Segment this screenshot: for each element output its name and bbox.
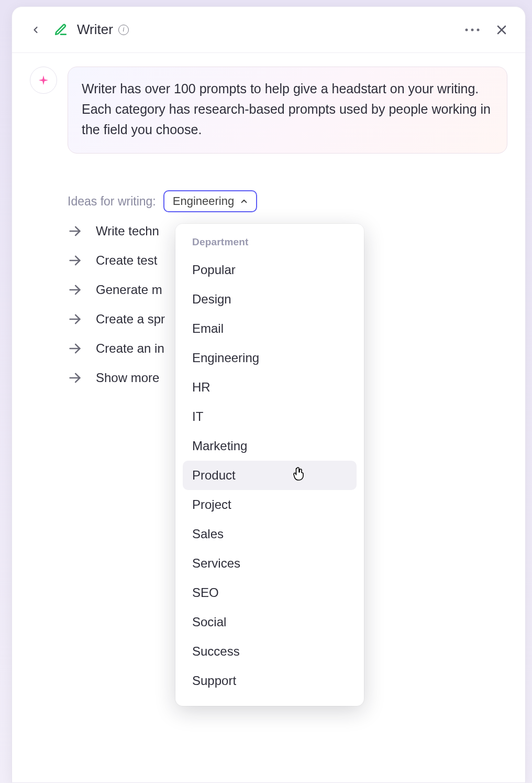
idea-item-label: Show more xyxy=(96,371,159,385)
cursor-pointer-icon xyxy=(293,467,304,484)
idea-item-label: Create test xyxy=(96,253,157,268)
dropdown-option-label: Project xyxy=(192,497,231,512)
dropdown-option[interactable]: SEO xyxy=(183,578,357,607)
dropdown-option[interactable]: Social xyxy=(183,607,357,637)
svg-point-0 xyxy=(465,28,468,31)
ellipsis-icon xyxy=(464,28,480,32)
dropdown-option-label: Support xyxy=(192,673,236,688)
page-title: Writer i xyxy=(77,21,129,38)
body: Writer has over 100 prompts to help give… xyxy=(12,53,525,782)
dropdown-option-label: Social xyxy=(192,615,226,629)
arrow-right-icon xyxy=(68,282,82,297)
close-button[interactable] xyxy=(493,21,511,39)
ai-badge xyxy=(30,67,57,94)
dropdown-option[interactable]: HR xyxy=(183,373,357,402)
intro-card: Writer has over 100 prompts to help give… xyxy=(68,67,507,154)
idea-item-label: Create an in xyxy=(96,341,164,356)
info-icon[interactable]: i xyxy=(118,25,129,35)
category-dropdown-value: Engineering xyxy=(173,194,234,208)
category-dropdown-menu[interactable]: Department PopularDesignEmailEngineering… xyxy=(175,224,364,706)
idea-item-label: Generate m xyxy=(96,282,162,297)
dropdown-option[interactable]: Popular xyxy=(183,255,357,285)
ideas-label-row: Ideas for writing: Engineering xyxy=(68,190,257,212)
idea-item-label: Create a spr xyxy=(96,312,165,327)
dropdown-option-label: SEO xyxy=(192,585,219,600)
category-dropdown[interactable]: Engineering xyxy=(163,190,257,212)
dropdown-option[interactable]: Engineering xyxy=(183,343,357,373)
dropdown-option[interactable]: Services xyxy=(183,549,357,578)
dropdown-option-label: HR xyxy=(192,380,210,394)
page-title-text: Writer xyxy=(77,21,113,38)
dropdown-option-label: Email xyxy=(192,321,224,335)
dropdown-option-label: Design xyxy=(192,292,231,306)
dropdown-option[interactable]: Sales xyxy=(183,519,357,549)
dropdown-option-label: Product xyxy=(192,468,236,482)
svg-point-2 xyxy=(477,28,480,31)
dropdown-option-label: Marketing xyxy=(192,439,247,453)
dropdown-option-label: IT xyxy=(192,409,203,423)
pencil-icon xyxy=(54,23,68,37)
arrow-right-icon xyxy=(68,341,82,356)
dropdown-option[interactable]: Marketing xyxy=(183,431,357,461)
close-icon xyxy=(495,24,508,36)
dropdown-option[interactable]: Success xyxy=(183,637,357,666)
dropdown-option[interactable]: Email xyxy=(183,314,357,343)
dropdown-option-label: Services xyxy=(192,556,240,570)
sparkle-icon xyxy=(38,74,49,86)
more-button[interactable] xyxy=(463,21,481,39)
dropdown-option-label: Sales xyxy=(192,527,224,541)
titlebar: Writer i xyxy=(12,7,525,53)
intro-row: Writer has over 100 prompts to help give… xyxy=(30,67,507,154)
dropdown-option-label: Popular xyxy=(192,263,236,277)
svg-point-1 xyxy=(471,28,474,31)
intro-text: Writer has over 100 prompts to help give… xyxy=(82,81,491,137)
ideas-block: Ideas for writing: Engineering Write tec… xyxy=(68,190,507,385)
dropdown-option-label: Success xyxy=(192,644,240,658)
arrow-right-icon xyxy=(68,312,82,327)
dropdown-option[interactable]: Design xyxy=(183,285,357,314)
chevron-left-icon xyxy=(30,25,41,35)
titlebar-right xyxy=(463,21,511,39)
dropdown-option[interactable]: Product xyxy=(183,461,357,490)
dropdown-heading: Department xyxy=(183,233,357,255)
dropdown-option-label: Engineering xyxy=(192,351,259,365)
arrow-right-icon xyxy=(68,224,82,238)
back-button[interactable] xyxy=(27,21,45,39)
dropdown-option[interactable]: Support xyxy=(183,666,357,695)
titlebar-left: Writer i xyxy=(27,21,129,39)
arrow-right-icon xyxy=(68,371,82,385)
ideas-label: Ideas for writing: xyxy=(68,194,156,209)
idea-item-label: Write techn xyxy=(96,224,159,238)
chevron-up-icon xyxy=(239,197,249,206)
dropdown-option[interactable]: Project xyxy=(183,490,357,519)
writer-window: Writer i xyxy=(12,6,526,783)
arrow-right-icon xyxy=(68,253,82,268)
edit-button[interactable] xyxy=(52,21,70,39)
dropdown-option[interactable]: IT xyxy=(183,402,357,431)
